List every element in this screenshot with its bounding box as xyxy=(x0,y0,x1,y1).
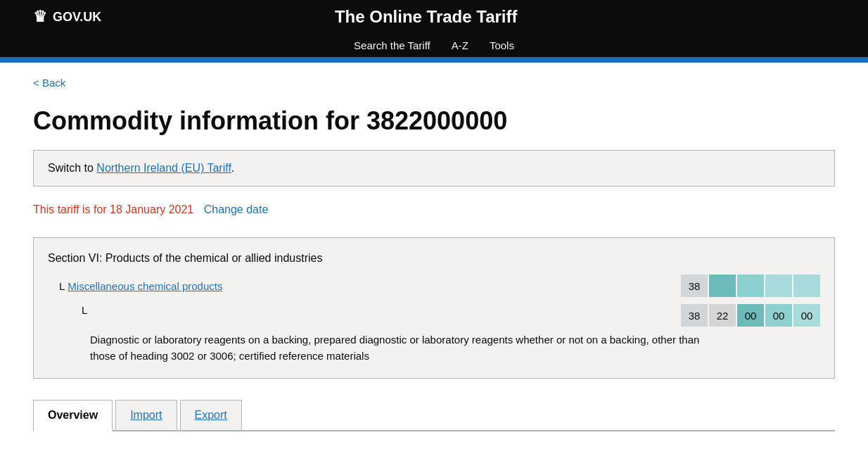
main-content: Back Commodity information for 382200000… xyxy=(19,63,849,431)
description-row: Diagnostic or laboratory reagents on a b… xyxy=(48,332,820,364)
chapter-link[interactable]: Miscellaneous chemical products xyxy=(68,280,222,292)
chapter-codes: 38 xyxy=(681,275,820,297)
tariff-date-row: This tariff is for 18 January 2021 Chang… xyxy=(33,203,835,216)
heading-code-22: 22 xyxy=(709,304,736,327)
chapter-row: L Miscellaneous chemical products 38 xyxy=(48,275,820,297)
tabs-container: Overview Import Export xyxy=(33,400,835,431)
heading-code-00-2: 00 xyxy=(765,304,792,327)
heading-code-00-1: 00 xyxy=(737,304,764,327)
tab-import[interactable]: Import xyxy=(115,400,177,430)
gov-logo: ♛ GOV.UK xyxy=(33,8,101,26)
sub-l-prefix: L xyxy=(82,304,87,316)
switch-text-after: . xyxy=(231,162,234,174)
tab-overview[interactable]: Overview xyxy=(33,400,113,431)
crown-icon: ♛ xyxy=(33,8,47,26)
site-header: ♛ GOV.UK The Online Trade Tariff Search … xyxy=(0,0,868,57)
switch-banner: Switch to Northern Ireland (EU) Tariff. xyxy=(33,150,835,187)
chapter-code-38: 38 xyxy=(681,275,708,297)
main-nav: Search the Tariff A-Z Tools xyxy=(33,34,835,57)
northern-ireland-tariff-link[interactable]: Northern Ireland (EU) Tariff xyxy=(96,162,231,174)
chapter-code-empty3 xyxy=(765,275,792,297)
tariff-date-label: This tariff is for 18 January 2021 xyxy=(33,203,193,215)
heading-codes: 38 22 00 00 00 xyxy=(681,304,820,327)
heading-code-38: 38 xyxy=(681,304,708,327)
blue-bar xyxy=(0,57,868,63)
site-title: The Online Trade Tariff xyxy=(101,7,751,27)
chapter-code-empty2 xyxy=(737,275,764,297)
sub-label-area: L xyxy=(82,304,90,316)
section-title: Section VI: Products of the chemical or … xyxy=(48,252,820,265)
nav-tools[interactable]: Tools xyxy=(490,39,514,51)
sub-row: L 38 22 00 00 00 xyxy=(48,304,820,327)
nav-az[interactable]: A-Z xyxy=(452,39,468,51)
commodity-description: Diagnostic or laboratory reagents on a b… xyxy=(90,332,709,364)
back-link[interactable]: Back xyxy=(33,77,65,89)
commodity-section-box: Section VI: Products of the chemical or … xyxy=(33,237,835,379)
chapter-code-empty4 xyxy=(793,275,820,297)
change-date-link[interactable]: Change date xyxy=(204,203,269,215)
page-title: Commodity information for 3822000000 xyxy=(33,106,835,136)
chapter-l-prefix: L xyxy=(59,280,65,292)
nav-search-tariff[interactable]: Search the Tariff xyxy=(354,39,430,51)
chapter-code-empty1 xyxy=(709,275,736,297)
switch-text-before: Switch to xyxy=(48,162,96,174)
tab-export[interactable]: Export xyxy=(180,400,242,430)
heading-code-00-3: 00 xyxy=(793,304,820,327)
gov-logo-text: GOV.UK xyxy=(53,10,101,25)
chapter-label-area: L Miscellaneous chemical products xyxy=(59,280,222,292)
